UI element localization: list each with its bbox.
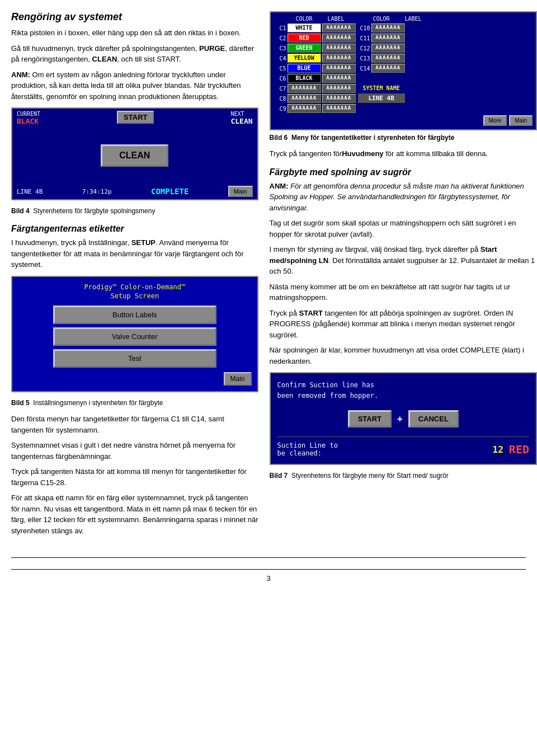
- bild5-text: Inställningsmenyn i styrenheten för färg…: [33, 399, 163, 407]
- bild5-caption: Bild 5 Inställningsmenyn i styrenheten f…: [11, 398, 258, 408]
- bild6-num: Bild 6: [270, 134, 288, 142]
- c4-code: C4: [274, 55, 286, 62]
- c5-button[interactable]: BLUE: [288, 64, 321, 73]
- test-button[interactable]: Test: [53, 349, 216, 368]
- c14-button[interactable]: AAAAAAA: [371, 64, 405, 73]
- para3-bold: ANM:: [11, 71, 32, 79]
- clean-button[interactable]: CLEAN: [101, 144, 168, 167]
- confirm-cancel-button[interactable]: CANCEL: [408, 410, 459, 428]
- section3-heading: Färgbyte med spolning av sugrör: [270, 167, 537, 177]
- bild5-num: Bild 5: [11, 399, 30, 407]
- c6-label[interactable]: AAAAAAA: [322, 74, 356, 83]
- line4b-row: LINE 4B: [358, 93, 405, 103]
- setup-panel: Prodigy™ Color-on-Demand™ Setup Screen B…: [11, 276, 258, 393]
- c8-code: C8: [274, 96, 286, 102]
- color-row-c11: C11 AAAAAAA: [358, 34, 405, 43]
- c2-button[interactable]: RED: [288, 34, 321, 43]
- section3-start-bold: START: [299, 309, 323, 317]
- footer-rule: [11, 557, 526, 558]
- color-row-c2: C2 RED AAAAAAA: [274, 34, 356, 43]
- confirm-footer-red: RED: [509, 443, 529, 456]
- c5-label[interactable]: AAAAAAA: [322, 64, 356, 73]
- confirm-text: Confirm Suction line has been removed fr…: [277, 380, 529, 401]
- confirm-line2: been removed from hopper.: [277, 391, 529, 401]
- start-button[interactable]: START: [117, 111, 154, 124]
- c7-label[interactable]: AAAAAAA: [322, 84, 356, 93]
- setup-footer: Main: [18, 372, 252, 386]
- bild7-text: Styrenhetens för färgbyte meny för Start…: [291, 472, 449, 480]
- confirm-footer-line2: be cleaned:: [277, 449, 487, 457]
- more-button[interactable]: More: [483, 115, 507, 126]
- c12-button[interactable]: AAAAAAA: [371, 44, 405, 53]
- para2-bold1: PURGE: [199, 44, 225, 53]
- c6-code: C6: [274, 76, 286, 82]
- setup-title: Prodigy™ Color-on-Demand™ Setup Screen: [18, 283, 252, 302]
- c8-button[interactable]: AAAAAAA: [288, 94, 321, 103]
- c3-label[interactable]: AAAAAAA: [322, 44, 356, 53]
- color-row-empty: [358, 74, 405, 83]
- color-row-c1: C1 WHITE AAAAAAA: [274, 24, 356, 32]
- button-labels-button[interactable]: Button Labels: [53, 306, 216, 324]
- c4-label[interactable]: AAAAAAA: [322, 54, 356, 63]
- c6-button[interactable]: BLACK: [288, 74, 321, 83]
- para2-text3: , och till sist START.: [117, 55, 181, 63]
- c14-code: C14: [358, 65, 370, 72]
- c2-code: C2: [274, 35, 286, 41]
- para-bild6-bold: Huvudmeny: [342, 149, 383, 158]
- next-section: NEXT CLEAN: [230, 111, 252, 125]
- col1-label-header: LABEL: [322, 16, 350, 22]
- bild4-caption: Bild 4 Styrenhetens för färgbyte spolnin…: [11, 206, 258, 216]
- c9-button[interactable]: AAAAAAA: [288, 104, 321, 113]
- c1-button[interactable]: WHITE: [288, 24, 321, 32]
- c11-button[interactable]: AAAAAAA: [371, 34, 405, 43]
- main-button-color[interactable]: Main: [509, 115, 533, 126]
- c10-code: C10: [358, 25, 370, 31]
- line4b-label: LINE 4B: [358, 93, 405, 103]
- c7-button[interactable]: AAAAAAA: [288, 84, 321, 93]
- col1-color-header: COLOR: [288, 16, 321, 22]
- valve-counter-button[interactable]: Valve Counter: [53, 327, 216, 346]
- section3-para6: När spolningen är klar, kommer huvudmeny…: [270, 345, 537, 367]
- c8-label[interactable]: AAAAAAA: [322, 94, 356, 103]
- color-table-bottom: More Main: [274, 115, 533, 126]
- next-label: NEXT: [230, 111, 252, 117]
- left-column: Rengöring av systemet Rikta pistolen in …: [11, 11, 258, 541]
- col2-label-header: LABEL: [399, 16, 427, 22]
- para2-bold2: CLEAN: [92, 55, 117, 63]
- c10-button[interactable]: AAAAAAA: [371, 24, 405, 32]
- c4-button[interactable]: YELLOW: [288, 54, 321, 63]
- c5-code: C5: [274, 65, 286, 72]
- c9-code: C9: [274, 106, 286, 112]
- start-section: START: [117, 111, 154, 125]
- col2-color-header: COLOR: [365, 16, 398, 22]
- time-text: 7:34:12p: [82, 188, 112, 195]
- c2-label[interactable]: AAAAAAA: [322, 34, 356, 43]
- c3-code: C3: [274, 45, 286, 51]
- color-row-c9: C9 AAAAAAA AAAAAAA: [274, 104, 356, 113]
- para1: Rikta pistolen in i boxen, eller häng up…: [11, 27, 258, 39]
- confirm-plus: +: [397, 414, 403, 424]
- para-after-bild5-2: Systemnamnet visas i gult i det nedre vä…: [11, 440, 258, 462]
- setup-main-button[interactable]: Main: [224, 372, 252, 386]
- section3-para5: Tryck på START tangenten för att påbörja…: [270, 308, 537, 341]
- c13-button[interactable]: AAAAAAA: [371, 54, 405, 63]
- bild4-text: Styrenhetens för färgbyte spolningsmeny: [33, 207, 155, 215]
- c3-button[interactable]: GREEN: [288, 44, 321, 53]
- current-color: BLACK: [17, 117, 40, 125]
- bild7-caption: Bild 7 Styrenhetens för färgbyte meny fö…: [270, 471, 537, 481]
- c1-label[interactable]: AAAAAAA: [322, 24, 356, 32]
- section3-anm: ANM:: [270, 182, 291, 190]
- c9-label[interactable]: AAAAAAA: [322, 104, 356, 113]
- color-row-c12: C12 AAAAAAA: [358, 44, 405, 53]
- bild6-caption-text: Meny för tangentetiketter i styrenheten …: [291, 134, 454, 142]
- main-button-clean[interactable]: Main: [228, 186, 253, 197]
- confirm-footer-num: 12: [493, 444, 503, 455]
- page-number: 3: [11, 569, 526, 583]
- section3-para5-prefix: Tryck på: [270, 309, 299, 317]
- complete-text: COMPLETE: [151, 187, 189, 196]
- confirm-start-button[interactable]: START: [348, 410, 392, 428]
- bild6-caption: Bild 6 Meny för tangentetiketter i styre…: [270, 133, 537, 143]
- para-bild6-suffix: för att komma tillbaka till denna.: [384, 149, 488, 158]
- color-row-c8: C8 AAAAAAA AAAAAAA: [274, 94, 356, 103]
- system-name-row: SYSTEM NAME: [358, 84, 405, 92]
